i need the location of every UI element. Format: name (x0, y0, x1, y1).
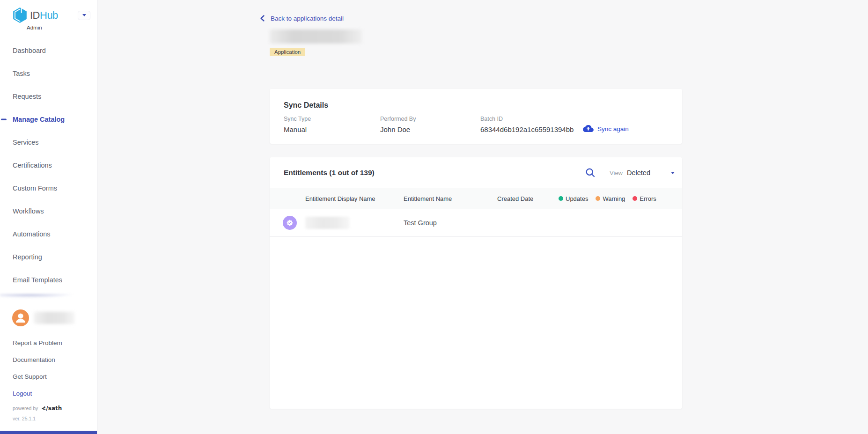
search-icon (585, 168, 596, 178)
sidebar-item-label: Email Templates (13, 276, 62, 284)
sidebar-item-dashboard[interactable]: Dashboard (0, 39, 97, 62)
report-a-problem-link[interactable]: Report a Problem (0, 334, 97, 351)
role-label: Admin (27, 25, 97, 30)
updates-dot-icon (559, 196, 563, 201)
sidebar-item-services[interactable]: Services (0, 131, 97, 154)
sync-again-label: Sync again (597, 125, 629, 132)
sync-type-field: Sync Type Manual (284, 116, 380, 133)
documentation-link[interactable]: Documentation (0, 351, 97, 368)
sidebar-item-label: Certifications (13, 162, 52, 169)
sidebar-footer-links: Report a Problem Documentation Get Suppo… (0, 334, 97, 402)
footer-link-label: Get Support (13, 373, 47, 380)
sidebar-item-label: Custom Forms (13, 184, 57, 192)
sidebar-item-label: Workflows (13, 207, 44, 215)
idhub-hexagon-logo-icon (12, 7, 28, 23)
sidebar-item-email-templates[interactable]: Email Templates (0, 268, 97, 291)
wordmark-hub: Hub (40, 9, 58, 21)
sidebar-item-label: Dashboard (13, 47, 46, 54)
legend-label: Errors (640, 195, 656, 202)
main-content: Back to applications detail Application … (97, 0, 868, 434)
back-to-applications-link[interactable]: Back to applications detail (259, 0, 344, 22)
table-row[interactable]: Test Group (270, 209, 682, 237)
sidebar-item-tasks[interactable]: Tasks (0, 62, 97, 85)
sync-fields: Sync Type Manual Performed By John Doe B… (284, 116, 668, 133)
user-row[interactable] (12, 309, 97, 326)
view-select-value[interactable]: Deleted (627, 169, 650, 177)
sidebar-item-label: Reporting (13, 253, 42, 261)
status-legend: Updates Warning Errors (559, 195, 664, 202)
sidebar-item-requests[interactable]: Requests (0, 85, 97, 108)
sidebar-item-custom-forms[interactable]: Custom Forms (0, 177, 97, 199)
sidebar-nav: Dashboard Tasks Requests Manage Catalog … (0, 39, 97, 291)
legend-warning: Warning (596, 195, 625, 202)
workspace-switcher-button[interactable] (78, 11, 90, 20)
person-icon (12, 309, 29, 326)
chevron-down-icon (671, 172, 675, 174)
sidebar-item-certifications[interactable]: Certifications (0, 154, 97, 177)
redacted-text-blur (305, 217, 350, 229)
field-value: Manual (284, 125, 380, 133)
avatar (12, 309, 29, 326)
entitlement-display-name-redacted (305, 217, 404, 229)
performed-by-field: Performed By John Doe (380, 116, 480, 133)
version-label: ver. 25.1.1 (0, 416, 97, 421)
view-label: View (610, 169, 623, 177)
column-header-entitlement-name: Entitlement Name (404, 195, 497, 202)
wordmark-id: ID (30, 9, 40, 21)
user-name-redacted (34, 312, 75, 324)
app-wordmark: IDHub (30, 9, 58, 22)
entitlements-table-header: Entitlement Display Name Entitlement Nam… (270, 188, 682, 209)
sidebar-item-workflows[interactable]: Workflows (0, 199, 97, 222)
column-header-created-date: Created Date (497, 195, 559, 202)
legend-label: Updates (566, 195, 588, 202)
sync-details-card: Sync Details Sync Type Manual Performed … (270, 89, 682, 144)
get-support-link[interactable]: Get Support (0, 368, 97, 385)
legend-errors: Errors (633, 195, 656, 202)
sidebar-item-label: Tasks (13, 70, 30, 77)
sidebar-item-manage-catalog[interactable]: Manage Catalog (0, 108, 97, 131)
footer-link-label: Documentation (13, 356, 55, 363)
footer-link-label: Logout (13, 390, 32, 397)
application-title-redacted (270, 29, 362, 44)
entitlement-seal-icon (283, 216, 297, 230)
view-select-button[interactable] (671, 172, 675, 174)
chevron-down-icon (82, 14, 86, 16)
sidebar-item-automations[interactable]: Automations (0, 222, 97, 245)
application-type-badge: Application (270, 48, 305, 56)
sidebar-item-label: Services (13, 139, 39, 146)
sidebar-item-label: Automations (13, 230, 51, 238)
sath-logo: ≮/sath (41, 405, 62, 412)
powered-by-label: powered by (13, 405, 38, 411)
field-value: 68344d6b192a1c65591394bb (480, 125, 583, 133)
sidebar-item-label: Requests (13, 93, 41, 100)
field-label: Sync Type (284, 116, 380, 122)
errors-dot-icon (633, 196, 637, 201)
legend-label: Warning (603, 195, 625, 202)
powered-by-row: powered by ≮/sath (0, 405, 97, 412)
sidebar-bottom-accent-bar (0, 431, 97, 434)
entitlement-name-cell: Test Group (404, 219, 497, 227)
back-link-label: Back to applications detail (271, 15, 344, 22)
column-header-display-name: Entitlement Display Name (305, 195, 404, 202)
sidebar-item-label: Manage Catalog (13, 116, 65, 123)
chevron-left-icon (259, 15, 266, 22)
sidebar-item-reporting[interactable]: Reporting (0, 245, 97, 268)
field-label: Performed By (380, 116, 480, 122)
field-label: Batch ID (480, 116, 583, 122)
logout-link[interactable]: Logout (0, 385, 97, 402)
entitlements-header: Entitlements (1 out of 139) View Deleted (270, 157, 682, 188)
sync-details-title: Sync Details (284, 101, 668, 110)
footer-link-label: Report a Problem (13, 339, 62, 346)
entitlements-title: Entitlements (1 out of 139) (284, 169, 375, 177)
sidebar-scroll-shadow (0, 294, 97, 299)
sidebar: IDHub Admin Dashboard Tasks Requests Man… (0, 0, 97, 434)
batch-id-field: Batch ID 68344d6b192a1c65591394bb (480, 116, 583, 133)
warning-dot-icon (596, 196, 600, 201)
search-button[interactable] (585, 168, 596, 178)
row-icon-cell (270, 216, 305, 230)
field-value: John Doe (380, 125, 480, 133)
logo-row: IDHub (12, 7, 90, 23)
entitlements-tools: View Deleted (585, 168, 677, 178)
sync-again-button[interactable]: Sync again (583, 125, 629, 133)
legend-updates: Updates (559, 195, 588, 202)
